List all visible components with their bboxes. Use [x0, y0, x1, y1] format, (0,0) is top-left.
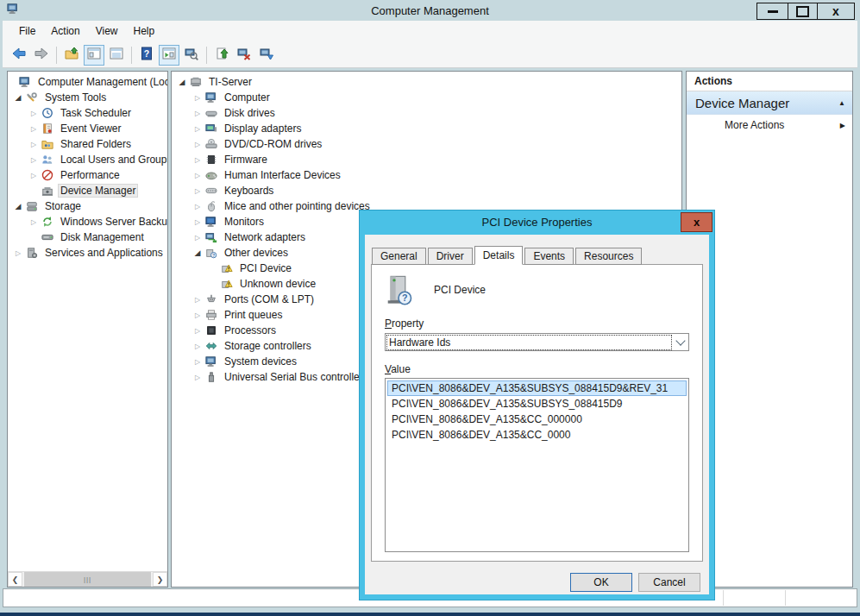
more-actions-item[interactable]: More Actions ▶: [687, 115, 852, 135]
scroll-left-button[interactable]: ❮: [8, 572, 22, 587]
expand-tree-icon[interactable]: ▷: [191, 125, 204, 133]
task-scheduler-icon: [41, 106, 54, 120]
tab-resources[interactable]: Resources: [575, 248, 642, 265]
menu-action[interactable]: Action: [43, 21, 87, 42]
collapse-tree-icon[interactable]: ◢: [11, 93, 25, 102]
hardware-id-item[interactable]: PCI\VEN_8086&DEV_A135&CC_0000: [387, 427, 687, 443]
tree-item-ti-server[interactable]: ◢TI-Server: [172, 74, 681, 90]
expand-tree-icon[interactable]: ▷: [191, 203, 204, 211]
expand-tree-icon[interactable]: ▷: [27, 110, 41, 117]
expand-tree-icon[interactable]: ▷: [191, 156, 204, 164]
tree-item-label: Display adapters: [222, 122, 304, 135]
tree-item-keyboards[interactable]: ▷Keyboards: [172, 183, 681, 198]
dropdown-button[interactable]: [673, 334, 688, 350]
hardware-id-item[interactable]: PCI\VEN_8086&DEV_A135&CC_000000: [387, 412, 687, 427]
show-console-tree-button[interactable]: [84, 45, 104, 66]
dialog-close-button[interactable]: x: [681, 212, 712, 232]
tree-item-services-and-applications[interactable]: ▷Services and Applications: [8, 245, 167, 261]
menu-help[interactable]: Help: [126, 21, 163, 42]
tree-item-computer-management-local[interactable]: Computer Management (Local: [8, 74, 167, 90]
up-one-level-button[interactable]: [61, 45, 82, 66]
scrollbar-thumb[interactable]: |||: [24, 572, 151, 587]
tree-item-firmware[interactable]: ▷Firmware: [172, 152, 681, 167]
expand-tree-icon[interactable]: ▷: [191, 187, 204, 195]
tab-details[interactable]: Details: [474, 246, 524, 265]
tree-item-label: Storage controllers: [222, 339, 314, 353]
expand-tree-icon[interactable]: ▷: [27, 141, 41, 148]
expand-tree-icon[interactable]: ▷: [11, 249, 25, 257]
expand-tree-icon[interactable]: ▷: [191, 358, 204, 366]
scan-hardware-changes-button[interactable]: [256, 45, 277, 66]
tree-item-human-interface-devices[interactable]: ▷Human Interface Devices: [172, 167, 681, 183]
expand-tree-icon[interactable]: ▷: [191, 311, 204, 319]
tab-events[interactable]: Events: [524, 248, 574, 265]
tree-item-windows-server-backup[interactable]: ▷Windows Server Backup: [8, 214, 167, 229]
expand-tree-icon[interactable]: ▷: [27, 125, 41, 133]
expand-tree-icon[interactable]: ▷: [27, 172, 41, 179]
tree-item-shared-folders[interactable]: ▷Shared Folders: [8, 136, 167, 152]
console-tree-icon: [87, 47, 101, 64]
menu-file[interactable]: File: [11, 21, 43, 42]
expand-tree-icon[interactable]: ▷: [191, 218, 204, 226]
tree-item-task-scheduler[interactable]: ▷Task Scheduler: [8, 105, 167, 121]
tree-item-disk-management[interactable]: Disk Management: [8, 229, 167, 245]
expand-tree-icon[interactable]: ▷: [191, 172, 204, 179]
tree-item-display-adapters[interactable]: ▷Display adapters: [172, 121, 681, 136]
tab-driver[interactable]: Driver: [428, 248, 473, 265]
uninstall-device-button[interactable]: [234, 45, 254, 66]
horizontal-scrollbar[interactable]: ❮ ||| ❯: [8, 571, 167, 587]
tree-item-event-viewer[interactable]: ▷Event Viewer: [8, 121, 167, 136]
tree-item-label: DVD/CD-ROM drives: [222, 137, 324, 151]
expand-tree-icon[interactable]: ▷: [27, 156, 41, 164]
minimize-button[interactable]: [756, 3, 788, 20]
scrollbar-grip-icon: |||: [84, 576, 91, 583]
menu-view[interactable]: View: [88, 21, 126, 42]
scroll-right-button[interactable]: ❯: [153, 572, 167, 587]
actions-group-device-manager[interactable]: Device Manager ▲: [687, 91, 852, 115]
hardware-id-item[interactable]: PCI\VEN_8086&DEV_A135&SUBSYS_088415D9: [387, 396, 687, 412]
export-list-button[interactable]: [106, 45, 127, 66]
property-dropdown[interactable]: Hardware Ids: [385, 333, 689, 351]
display-adapter-icon: [204, 122, 218, 135]
hid-icon: [204, 168, 218, 182]
close-button[interactable]: x: [817, 3, 855, 20]
ports-icon: [204, 292, 218, 306]
tree-item-local-users-and-groups[interactable]: ▷Local Users and Groups: [8, 152, 167, 167]
tree-item-device-manager[interactable]: Device Manager: [8, 183, 167, 198]
other-devices-icon: ?: [204, 246, 218, 260]
ok-button[interactable]: OK: [570, 573, 632, 592]
expand-tree-icon[interactable]: ▷: [191, 141, 204, 148]
tree-item-label: System Tools: [42, 91, 109, 104]
tree-item-performance[interactable]: ▷Performance: [8, 167, 167, 183]
maximize-button[interactable]: [788, 3, 818, 20]
dialog-title: PCI Device Properties: [360, 211, 714, 235]
help-button[interactable]: ?: [136, 45, 157, 66]
expand-tree-icon[interactable]: ▷: [27, 218, 41, 226]
expand-tree-icon[interactable]: ▷: [191, 343, 204, 350]
expand-tree-icon[interactable]: ▷: [191, 374, 204, 381]
expand-tree-icon[interactable]: ▷: [191, 296, 204, 304]
collapse-icon[interactable]: ▲: [838, 99, 845, 107]
tree-item-disk-drives[interactable]: ▷Disk drives: [172, 105, 681, 121]
expand-tree-icon[interactable]: ▷: [191, 234, 204, 242]
tree-item-label: PCI Device: [237, 261, 294, 275]
update-driver-button[interactable]: [211, 45, 232, 66]
tree-item-storage[interactable]: ◢Storage: [8, 198, 167, 214]
expand-tree-icon[interactable]: ▷: [191, 327, 204, 335]
hardware-id-item[interactable]: PCI\VEN_8086&DEV_A135&SUBSYS_088415D9&RE…: [387, 380, 687, 396]
back-button[interactable]: [9, 45, 29, 66]
tab-general[interactable]: General: [372, 248, 426, 265]
show-action-pane-button[interactable]: [159, 45, 179, 66]
collapse-tree-icon[interactable]: ◢: [191, 248, 204, 257]
forward-button[interactable]: [31, 45, 52, 66]
tree-item-computer[interactable]: ▷Computer: [172, 90, 681, 105]
cancel-button[interactable]: Cancel: [638, 573, 700, 592]
server-icon: [189, 75, 203, 89]
collapse-tree-icon[interactable]: ◢: [175, 78, 189, 86]
console-options-button[interactable]: [181, 45, 202, 66]
tree-item-system-tools[interactable]: ◢System Tools: [8, 90, 167, 105]
tree-item-dvd-cd-rom-drives[interactable]: ▷DVD/CD-ROM drives: [172, 136, 681, 152]
expand-tree-icon[interactable]: ▷: [191, 94, 204, 102]
collapse-tree-icon[interactable]: ◢: [11, 202, 25, 211]
expand-tree-icon[interactable]: ▷: [191, 110, 204, 117]
